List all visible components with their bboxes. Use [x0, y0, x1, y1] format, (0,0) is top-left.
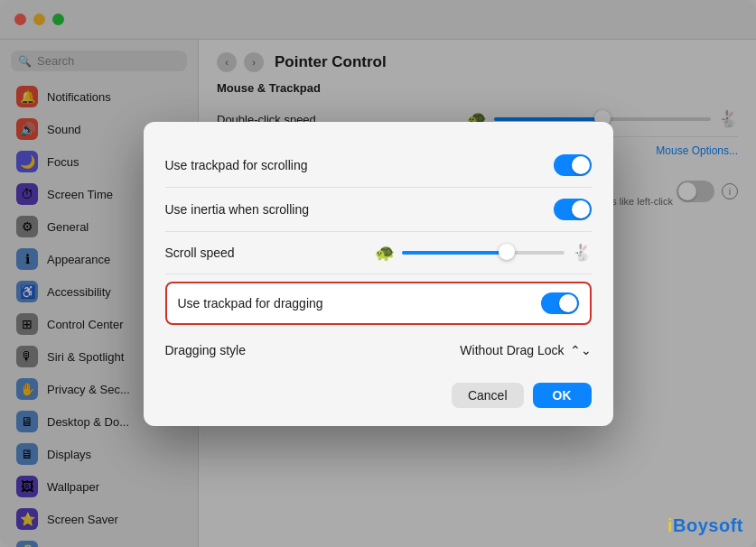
modal-dialog: Use trackpad for scrolling Use inertia w…	[144, 122, 613, 426]
scroll-speed-label: Scroll speed	[165, 246, 235, 260]
scrolling-label: Use trackpad for scrolling	[165, 158, 308, 172]
inertia-label: Use inertia when scrolling	[165, 202, 310, 217]
scroll-speed-track[interactable]	[402, 251, 565, 255]
dragging-style-value: Without Drag Lock	[460, 343, 564, 357]
modal-row-dragging-highlighted: Use trackpad for dragging	[165, 282, 592, 325]
ok-button[interactable]: OK	[533, 383, 592, 408]
modal-buttons: Cancel OK	[165, 383, 592, 408]
dragging-style-row: Dragging style Without Drag Lock ⌃⌄	[165, 332, 592, 368]
modal-row-scroll-speed: Scroll speed 🐢 🐇	[165, 232, 592, 274]
scroll-fast-icon: 🐇	[572, 243, 592, 263]
modal-row-inertia: Use inertia when scrolling	[165, 188, 592, 232]
modal-overlay: Use trackpad for scrolling Use inertia w…	[0, 0, 756, 547]
dragging-style-select[interactable]: Without Drag Lock ⌃⌄	[460, 343, 591, 357]
scrolling-toggle[interactable]	[554, 154, 592, 176]
dragging-toggle[interactable]	[541, 292, 579, 314]
watermark-suffix: Boysoft	[673, 515, 743, 535]
dragging-style-chevron-icon: ⌃⌄	[570, 343, 592, 357]
inertia-toggle[interactable]	[554, 199, 592, 220]
modal-row-scrolling: Use trackpad for scrolling	[165, 144, 592, 188]
scroll-speed-slider-row: 🐢 🐇	[375, 243, 592, 263]
scroll-slow-icon: 🐢	[375, 243, 395, 263]
watermark: iBoysoft	[667, 515, 743, 536]
scroll-speed-fill	[402, 251, 508, 255]
scroll-speed-thumb[interactable]	[499, 244, 515, 260]
dragging-style-label: Dragging style	[165, 343, 247, 357]
cancel-button[interactable]: Cancel	[452, 383, 524, 408]
dragging-label: Use trackpad for dragging	[178, 296, 323, 311]
